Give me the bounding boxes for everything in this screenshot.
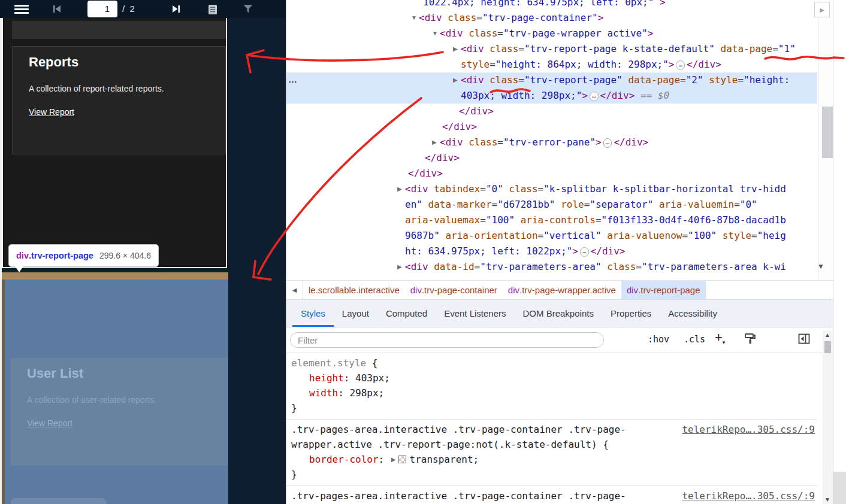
highlight-border-strip <box>2 272 228 280</box>
inspect-tooltip: div.trv-report-page 299.6 × 404.6 <box>8 244 159 267</box>
tab-accessibility[interactable]: Accessibility <box>660 300 726 327</box>
toggle-class-button[interactable]: .cls <box>684 334 705 345</box>
tooltip-tag: div <box>16 251 29 260</box>
next-card-stub <box>11 498 107 504</box>
dom-tree-line[interactable]: </div> <box>286 119 817 135</box>
css-rule[interactable]: telerikRepo….305.css/:9.trv-pages-area.i… <box>286 486 817 504</box>
styles-scroll-up-icon[interactable]: ▲ <box>824 332 830 338</box>
window-right-gutter <box>833 0 846 504</box>
tooltip-dimensions: 299.6 × 404.6 <box>99 251 151 260</box>
tab-layout[interactable]: Layout <box>334 300 377 327</box>
styles-filter-input[interactable] <box>290 332 604 348</box>
toggle-hover-state-button[interactable]: :hov <box>648 334 669 345</box>
css-property[interactable]: border-color: ▶transparent; <box>291 452 812 467</box>
inline-expand-badge[interactable]: … <box>676 60 685 70</box>
viewer-toolbar: 1 / 2 <box>0 0 286 18</box>
tooltip-caret <box>14 265 24 272</box>
inline-expand-badge[interactable]: … <box>603 138 612 148</box>
devtools-panel: 1022.4px; height: 634.975px; left: 0px;"… <box>286 0 846 504</box>
devtools-tabs: StylesLayoutComputedEvent ListenersDOM B… <box>286 300 846 327</box>
report-page-1[interactable]: Reports A collection of report-related r… <box>2 18 227 268</box>
breadcrumb-item-selected[interactable]: div.trv-report-page <box>621 281 706 299</box>
expand-arrow-icon[interactable]: ▶ <box>432 135 440 150</box>
dom-tree-line[interactable]: </div> <box>286 166 817 181</box>
scroll-down-arrow-icon[interactable]: ▼ <box>817 262 824 271</box>
css-rule[interactable]: telerikRepo….305.css/:9.trv-pages-area.i… <box>286 420 817 486</box>
reports-view-report-link[interactable]: View Report <box>29 107 74 117</box>
styles-pane: element.style {height: 403px;width: 298p… <box>286 353 817 504</box>
dom-tree: 1022.4px; height: 634.975px; left: 0px;"… <box>286 0 817 275</box>
dom-tree-line-selected[interactable]: ▶<div class="trv-report-page" data-page=… <box>286 72 817 88</box>
expand-arrow-icon[interactable]: ▶ <box>397 259 405 275</box>
dom-tree-line[interactable]: 9687b" aria-orientation="vertical" aria-… <box>286 228 817 244</box>
reports-card-description: A collection of report-related reports. <box>29 84 164 93</box>
breadcrumb-item[interactable]: div.trv-page-container <box>405 281 503 299</box>
expand-arrow-icon[interactable]: ▶ <box>453 41 461 57</box>
reports-card: Reports A collection of report-related r… <box>12 46 226 154</box>
tooltip-classes: .trv-report-page <box>29 251 93 260</box>
dom-tree-line[interactable]: ▶<div tabindex="0" class="k-splitbar k-s… <box>286 181 817 197</box>
inline-expand-badge[interactable]: … <box>580 247 589 257</box>
tab-computed[interactable]: Computed <box>377 300 436 327</box>
dom-tree-line[interactable]: ht: 634.975px; left: 1022px;">…</div> <box>286 244 817 259</box>
styles-scrollbar-thumb[interactable] <box>824 341 831 353</box>
first-page-icon[interactable] <box>52 4 62 14</box>
color-swatch-transparent[interactable] <box>398 456 406 463</box>
css-property[interactable]: height: 403px; <box>291 371 812 385</box>
dom-tree-line-selected[interactable]: 403px; width: 298px;">…</div> == $0 <box>286 88 817 104</box>
report-page-2-highlighted[interactable]: User List A collection of user-related r… <box>2 280 228 504</box>
dom-tree-line[interactable]: ▼<div class="trv-page-container"> <box>286 10 817 26</box>
breadcrumb-scroll-right-icon[interactable]: ▶ <box>814 2 830 17</box>
screenshot-root: 1 / 2 Reports A collection of report-rel… <box>0 0 846 504</box>
expand-arrow-icon[interactable]: ▶ <box>453 72 461 88</box>
dom-tree-line[interactable]: style="height: 864px; width: 298px;">…</… <box>286 57 817 72</box>
styles-scrollbar[interactable]: ▲ ▼ <box>823 330 833 504</box>
tab-event-listeners[interactable]: Event Listeners <box>436 300 514 327</box>
toggle-sidebar-icon[interactable] <box>797 332 811 345</box>
tab-styles[interactable]: Styles <box>292 300 334 327</box>
reports-card-title: Reports <box>29 54 78 70</box>
tab-dom-breakpoints[interactable]: DOM Breakpoints <box>515 300 602 327</box>
expand-arrow-icon[interactable]: ▶ <box>397 181 405 197</box>
filter-funnel-icon[interactable] <box>243 4 253 14</box>
stylesheet-source-link[interactable]: telerikRepo….305.css/:9 <box>682 488 815 503</box>
last-page-icon[interactable] <box>171 4 181 14</box>
styles-filter-bar: :hov .cls +▾ <box>286 327 833 353</box>
page-number-input[interactable]: 1 <box>87 1 117 17</box>
new-style-rule-button[interactable]: +▾ <box>715 331 725 349</box>
dom-tree-line[interactable]: aria-valuemax="100" aria-controls="f013f… <box>286 212 817 228</box>
elements-scrollbar-thumb[interactable] <box>822 107 833 158</box>
dom-tree-line[interactable]: </div> <box>286 104 817 119</box>
user-list-card-title: User List <box>27 366 83 381</box>
element-style-section[interactable]: element.style {height: 403px;width: 298p… <box>286 353 817 420</box>
collapse-arrow-icon[interactable]: ▼ <box>432 26 440 41</box>
user-list-card: User List A collection of user-related r… <box>11 358 228 466</box>
gutter-overflow-indicator[interactable]: … <box>288 74 298 84</box>
tab-properties[interactable]: Properties <box>602 300 660 327</box>
user-list-view-report-link[interactable]: View Report <box>27 418 72 428</box>
dom-tree-line[interactable]: ▶<div class="trv-report-page k-state-def… <box>286 41 817 57</box>
menu-icon[interactable] <box>14 5 29 14</box>
dom-tree-line[interactable]: ▶<div data-id="trv-parameters-area" clas… <box>286 259 817 275</box>
dom-tree-line[interactable]: ▶<div class="trv-error-pane">…</div> <box>286 135 817 150</box>
collapse-arrow-icon[interactable]: ▼ <box>411 10 419 26</box>
inline-expand-badge[interactable]: … <box>590 92 599 101</box>
breadcrumb-item[interactable]: le.scrollable.interactive <box>303 281 405 299</box>
dom-tree-line[interactable]: en" data-marker="d67281bb" role="separat… <box>286 197 817 212</box>
dom-tree-line[interactable]: </div> <box>286 150 817 166</box>
styles-scroll-down-icon[interactable]: ▼ <box>824 496 830 503</box>
stylesheet-source-link[interactable]: telerikRepo….305.css/:9 <box>682 422 815 437</box>
breadcrumb: ◀ le.scrollable.interactivediv.trv-page-… <box>286 280 846 300</box>
report-viewer: 1 / 2 Reports A collection of report-rel… <box>0 0 286 504</box>
breadcrumb-item[interactable]: div.trv-page-wrapper.active <box>503 281 621 299</box>
page2-left-border <box>2 280 5 504</box>
dom-tree-line[interactable]: ▼<div class="trv-page-wrapper active"> <box>286 26 817 41</box>
dom-tree-line[interactable]: 1022.4px; height: 634.975px; left: 0px;"… <box>286 0 817 10</box>
breadcrumb-scroll-left-icon[interactable]: ◀ <box>286 281 303 299</box>
document-map-icon[interactable] <box>207 4 218 15</box>
expand-shorthand-icon[interactable]: ▶ <box>391 452 396 467</box>
page-count-label: / 2 <box>122 0 135 18</box>
css-property[interactable]: width: 298px; <box>291 385 812 400</box>
elements-tree-pane: 1022.4px; height: 634.975px; left: 0px;"… <box>286 0 817 280</box>
paint-brush-icon[interactable] <box>744 332 757 345</box>
